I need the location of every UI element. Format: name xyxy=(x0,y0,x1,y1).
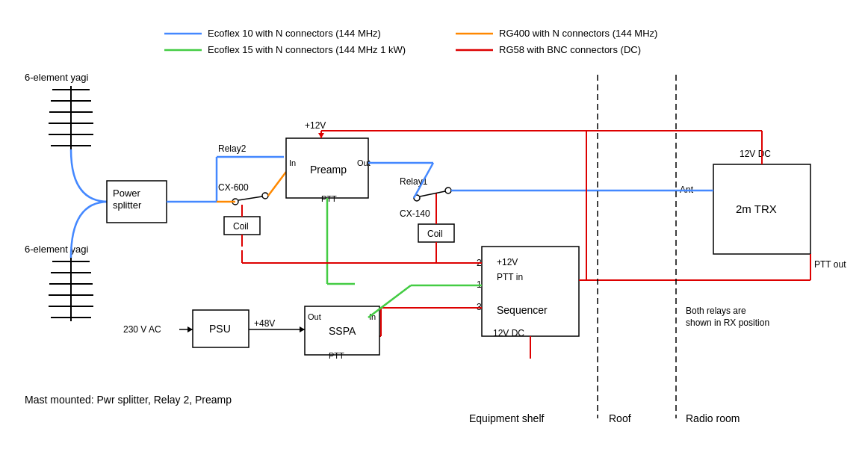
preamp-12v-label: +12V xyxy=(305,120,326,131)
legend-ecoflex10: Ecoflex 10 with N connectors (144 MHz) xyxy=(208,28,381,39)
sspa-ptt-label: PTT xyxy=(329,351,344,360)
cx600-label: CX-600 xyxy=(218,182,249,193)
preamp-in-label: In xyxy=(289,158,296,167)
equipment-shelf-label: Equipment shelf xyxy=(469,412,545,424)
psu-label: PSU xyxy=(209,323,231,335)
power-splitter-label1: Power xyxy=(113,188,141,199)
preamp-ptt-label: PTT xyxy=(321,194,337,203)
radio-room-label: Radio room xyxy=(686,412,740,424)
trx-ptt-label: PTT out xyxy=(814,259,846,270)
legend-ecoflex15: Ecoflex 15 with N connectors (144 MHz 1 … xyxy=(208,44,406,55)
power-splitter-label2: splitter xyxy=(113,199,142,211)
mast-note: Mast mounted: Pwr splitter, Relay 2, Pre… xyxy=(25,394,232,406)
relay2-label: Relay2 xyxy=(218,143,247,154)
sequencer-label: Sequencer xyxy=(497,304,548,316)
roof-label: Roof xyxy=(609,412,631,424)
coil2-label: Coil xyxy=(427,229,443,239)
sspa-label: SSPA xyxy=(329,325,356,337)
yagi-bottom-label: 6-element yagi xyxy=(25,244,88,255)
trx-label: 2m TRX xyxy=(736,202,777,215)
sspa-out-label: Out xyxy=(308,312,321,321)
seq-ptt-in-label: PTT in xyxy=(497,272,523,282)
trx-12v-label: 12V DC xyxy=(740,149,771,159)
preamp-label: Preamp xyxy=(310,164,347,176)
coil1-label: Coil xyxy=(233,221,249,232)
legend-rg400: RG400 with N connectors (144 MHz) xyxy=(499,28,657,39)
legend-rg58: RG58 with BNC connectors (DC) xyxy=(499,44,641,55)
relay-note-2: shown in RX position xyxy=(686,318,769,328)
seq-12v-label: +12V xyxy=(497,257,518,267)
psu-output-label: +48V xyxy=(254,318,275,329)
seq-12v-dc-label: 12V DC xyxy=(493,328,524,338)
psu-input-label: 230 V AC xyxy=(123,324,161,335)
relay-note-1: Both relays are xyxy=(686,306,746,316)
yagi-top-label: 6-element yagi xyxy=(25,72,88,83)
cx140-label: CX-140 xyxy=(400,208,430,219)
